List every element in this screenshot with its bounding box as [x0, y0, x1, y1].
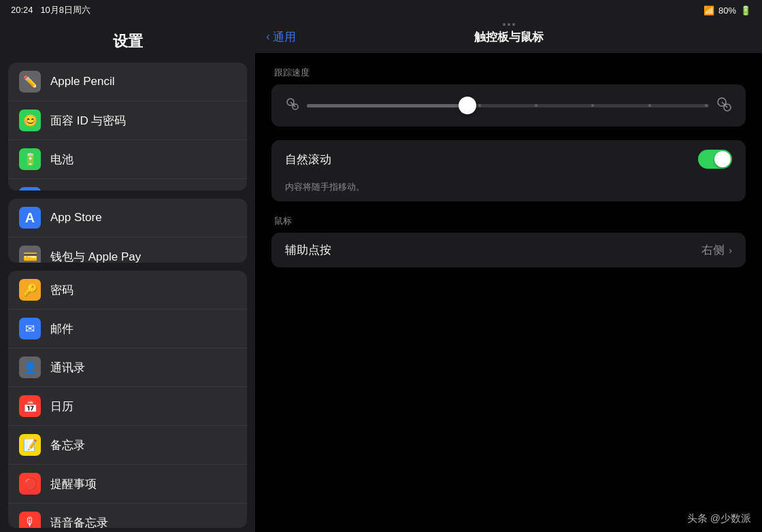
sidebar-item-calendar[interactable]: 📅 日历 — [8, 387, 247, 426]
status-time-date: 20:24 10月8日周六 — [11, 4, 90, 16]
battery-icon: 🔋 — [740, 5, 751, 16]
right-header: ‹ 通用 触控板与鼠标 — [255, 20, 762, 53]
voice-icon: 🎙 — [19, 512, 41, 528]
sidebar-title: 设置 — [0, 20, 255, 59]
password-label: 密码 — [50, 282, 236, 298]
sidebar-item-password[interactable]: 🔑 密码 — [8, 271, 247, 310]
sidebar-group-2: A App Store 💳 钱包与 Apple Pay — [8, 199, 247, 263]
sidebar-item-notes[interactable]: 📝 备忘录 — [8, 426, 247, 465]
sidebar-item-battery[interactable]: 🔋 电池 — [8, 140, 247, 179]
dot-2 — [508, 23, 510, 26]
appstore-label: App Store — [50, 211, 236, 225]
dot-3 — [512, 23, 515, 26]
sidebar-item-faceid[interactable]: 😊 面容 ID 与密码 — [8, 101, 247, 140]
slider-fast-icon — [716, 96, 732, 116]
contacts-label: 通讯录 — [50, 360, 236, 376]
mouse-section-card: 辅助点按 右侧 › — [271, 233, 746, 267]
mail-label: 邮件 — [50, 321, 236, 337]
battery-percentage: 80% — [718, 5, 736, 16]
slider-row — [285, 95, 732, 116]
wallet-label: 钱包与 Apple Pay — [50, 249, 236, 263]
wallet-icon: 💳 — [19, 246, 41, 263]
back-button[interactable]: ‹ 通用 — [266, 29, 296, 45]
tracking-speed-label: 跟踪速度 — [271, 67, 746, 79]
tracking-slider[interactable] — [307, 95, 709, 116]
dot-1 — [503, 23, 506, 26]
privacy-icon: ✋ — [19, 187, 41, 190]
sidebar-item-mail[interactable]: ✉ 邮件 — [8, 310, 247, 348]
mouse-section-label: 鼠标 — [271, 215, 746, 227]
status-indicators: 📶 80% 🔋 — [703, 5, 751, 16]
sidebar-item-contacts[interactable]: 👤 通讯录 — [8, 348, 247, 387]
sidebar-item-wallet[interactable]: 💳 钱包与 Apple Pay — [8, 237, 247, 263]
slider-fill — [307, 104, 467, 107]
secondary-click-value-area: 右侧 › — [701, 242, 732, 258]
main-layout: 设置 ✏️ Apple Pencil 😊 面容 ID 与密码 🔋 电池 ✋ 隐私… — [0, 20, 762, 532]
status-bar: 20:24 10月8日周六 📶 80% 🔋 — [0, 0, 762, 20]
natural-scroll-description: 内容将随手指移动。 — [271, 178, 746, 201]
faceid-icon: 😊 — [19, 110, 41, 131]
secondary-click-value: 右侧 — [701, 242, 725, 258]
sidebar-item-appstore[interactable]: A App Store — [8, 199, 247, 237]
chevron-right-icon: › — [729, 245, 732, 256]
sidebar-group-3: 🔑 密码 ✉ 邮件 👤 通讯录 📅 日历 📝 备忘录 🔴 提醒事项 — [8, 271, 247, 528]
privacy-label: 隐私与安全性 — [50, 190, 236, 191]
slider-thumb[interactable] — [459, 97, 476, 114]
right-panel: ‹ 通用 触控板与鼠标 跟踪速度 — [255, 20, 762, 532]
slider-slow-icon — [285, 97, 300, 115]
battery-label: 电池 — [50, 152, 236, 167]
apple-pencil-icon: ✏️ — [19, 71, 41, 93]
back-label: 通用 — [273, 29, 296, 45]
appstore-icon: A — [19, 207, 41, 229]
right-panel-title: 触控板与鼠标 — [474, 29, 544, 45]
sidebar-item-privacy[interactable]: ✋ 隐私与安全性 — [8, 179, 247, 190]
content-area: 跟踪速度 — [255, 53, 762, 532]
voice-label: 语音备忘录 — [50, 515, 236, 528]
calendar-label: 日历 — [50, 399, 236, 414]
notes-label: 备忘录 — [50, 437, 236, 453]
natural-scroll-row: 自然滚动 — [271, 140, 746, 178]
natural-scroll-label: 自然滚动 — [285, 152, 331, 167]
watermark: 头条 @少数派 — [687, 512, 751, 525]
faceid-label: 面容 ID 与密码 — [50, 113, 236, 129]
chevron-left-icon: ‹ — [266, 30, 270, 44]
reminders-icon: 🔴 — [19, 473, 41, 495]
settings-sidebar: 设置 ✏️ Apple Pencil 😊 面容 ID 与密码 🔋 电池 ✋ 隐私… — [0, 20, 255, 532]
dots-menu — [503, 23, 515, 26]
slider-track — [307, 104, 709, 107]
sidebar-group-1: ✏️ Apple Pencil 😊 面容 ID 与密码 🔋 电池 ✋ 隐私与安全… — [8, 63, 247, 190]
password-icon: 🔑 — [19, 279, 41, 301]
natural-scroll-card: 自然滚动 内容将随手指移动。 — [271, 140, 746, 201]
svg-line-5 — [722, 102, 727, 107]
natural-scroll-toggle[interactable] — [698, 150, 732, 169]
secondary-click-label: 辅助点按 — [285, 242, 331, 258]
notes-icon: 📝 — [19, 434, 41, 456]
apple-pencil-label: Apple Pencil — [50, 75, 236, 88]
contacts-icon: 👤 — [19, 356, 41, 378]
status-time: 20:24 — [11, 5, 33, 15]
calendar-icon: 📅 — [19, 395, 41, 417]
battery-icon-item: 🔋 — [19, 148, 41, 170]
status-date: 10月8日周六 — [40, 5, 90, 15]
sidebar-item-apple-pencil[interactable]: ✏️ Apple Pencil — [8, 63, 247, 101]
sidebar-item-voice[interactable]: 🎙 语音备忘录 — [8, 503, 247, 528]
secondary-click-row[interactable]: 辅助点按 右侧 › — [271, 233, 746, 267]
reminders-label: 提醒事项 — [50, 476, 236, 492]
slider-section — [271, 84, 746, 127]
toggle-knob — [714, 151, 731, 167]
tracking-speed-card — [271, 84, 746, 127]
sidebar-item-reminders[interactable]: 🔴 提醒事项 — [8, 465, 247, 503]
wifi-icon: 📶 — [703, 5, 714, 16]
mail-icon: ✉ — [19, 318, 41, 339]
